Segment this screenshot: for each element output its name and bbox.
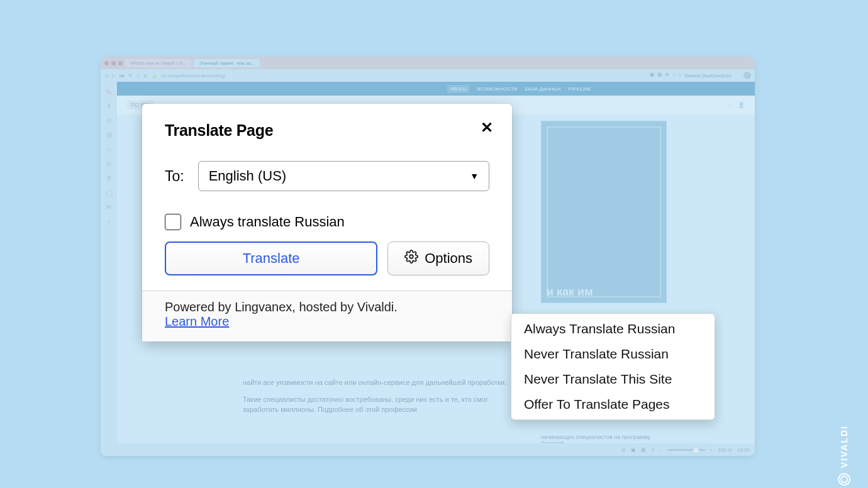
language-value: English (US) [209, 168, 286, 184]
add-panel-icon[interactable]: ＋ [106, 218, 112, 226]
lock-icon: 🔒 [152, 73, 158, 79]
shield-icon: ⊘ [143, 73, 148, 79]
zoom-in-icon[interactable]: + [710, 447, 713, 453]
close-button[interactable]: ✕ [481, 120, 493, 135]
bookmark-icon[interactable]: ☆ [672, 72, 676, 79]
zoom-out-icon[interactable]: – [659, 447, 662, 453]
options-menu: Always Translate Russian Never Translate… [511, 313, 715, 420]
history-icon[interactable]: ⟲ [106, 117, 111, 124]
nav-item[interactable]: RB.RU [447, 85, 469, 93]
site-top-nav: RB.RU ВОЗМОЖНОСТИ БАЗА ДАННЫХ PIPELINE [117, 82, 755, 96]
url-text[interactable]: rb.ru/opinion/ethical-hacking/ [162, 73, 226, 79]
tab-bar: What's new in Vivaldi | Vi... Этичный ха… [101, 57, 755, 69]
window-icon[interactable]: ▭ [106, 146, 112, 153]
vivaldi-watermark: VIVALDI [838, 425, 850, 485]
hero-title-fragment: и как им [547, 286, 661, 299]
forward-icon[interactable]: ▷ [112, 73, 116, 79]
mail-icon[interactable]: ✉ [106, 160, 111, 167]
to-label: To: [165, 168, 184, 185]
translate-button[interactable]: Translate [165, 241, 377, 275]
tab-item[interactable]: What's new in Vivaldi | Vi... [125, 59, 191, 67]
notes-icon[interactable]: ▤ [106, 131, 112, 138]
window-controls[interactable] [104, 61, 123, 65]
page-actions-icon[interactable]: ≡ [651, 447, 654, 453]
translate-popup: Translate Page ✕ To: English (US) ▼ Alwa… [142, 104, 512, 341]
circle-icon[interactable]: ◯ [106, 189, 113, 196]
zoom-value: 100 % [718, 447, 732, 453]
clock: 15:08 [737, 447, 750, 453]
qr-icon[interactable]: ▦ [657, 72, 662, 79]
reader-icon[interactable]: ▣ [650, 72, 655, 79]
tiling-icon[interactable]: ▣ [631, 447, 636, 453]
capture-icon[interactable]: ◎ [621, 447, 626, 453]
nav-item[interactable]: PIPELINE [569, 86, 591, 92]
chevron-down-icon: ▼ [470, 171, 479, 181]
sidebar-promo-text: начинающих специалистов на программу Gre… [541, 434, 667, 443]
nav-item[interactable]: ВОЗМОЖНОСТИ [477, 86, 517, 92]
menu-item-offer-translate[interactable]: Offer To Translate Pages [511, 392, 715, 417]
downloads-icon[interactable]: ⬇ [106, 103, 111, 109]
search-icon[interactable]: ⌕ [679, 72, 682, 79]
panel-sidebar: 🔖 ⬇ ⟲ ▤ ▭ ✉ ≣ ◯ W ＋ [101, 82, 117, 443]
menu-item-never-translate-site[interactable]: Never Translate This Site [511, 367, 715, 392]
tab-item[interactable]: Этичный хакинг: чем за... [194, 59, 259, 67]
article-hero-image: и как им [541, 121, 667, 303]
always-translate-label: Always translate Russian [190, 214, 345, 230]
menu-item-never-translate-lang[interactable]: Never Translate Russian [511, 341, 715, 367]
reload-icon[interactable]: ⟳ [128, 73, 133, 79]
learn-more-link[interactable]: Learn More [165, 314, 229, 328]
gear-icon [404, 250, 418, 267]
vivaldi-logo-icon [838, 473, 850, 485]
popup-title: Translate Page [165, 121, 489, 140]
user-icon[interactable]: 👤 [738, 102, 745, 108]
back-icon[interactable]: ◁ [104, 73, 108, 79]
images-icon[interactable]: ▦ [641, 447, 646, 453]
rewind-icon[interactable]: ⏮ [120, 73, 125, 79]
wiki-panel-icon[interactable]: W [106, 204, 112, 210]
options-button[interactable]: Options [387, 241, 489, 275]
translate-icon[interactable]: ⊕ [665, 72, 669, 79]
status-bar: ◎ ▣ ▦ ≡ – + 100 % 15:08 [101, 443, 755, 456]
search-input[interactable] [684, 72, 741, 79]
svg-point-0 [409, 255, 413, 258]
search-icon[interactable]: ⌕ [728, 102, 732, 108]
bookmarks-icon[interactable]: 🔖 [105, 88, 113, 95]
language-select[interactable]: English (US) ▼ [198, 161, 489, 191]
address-bar: ◁ ▷ ⏮ ⟳ ⌂ ⊘ 🔒 rb.ru/opinion/ethical-hack… [101, 69, 755, 82]
popup-footer: Powered by Lingvanex, hosted by Vivaldi.… [142, 291, 512, 341]
article-body: найти все уязвимости на сайте или онлайн… [243, 377, 513, 421]
feeds-icon[interactable]: ≣ [106, 175, 111, 182]
profile-avatar[interactable] [743, 72, 751, 79]
nav-item[interactable]: БАЗА ДАННЫХ [525, 86, 561, 92]
zoom-slider[interactable] [667, 449, 705, 451]
always-translate-checkbox[interactable] [165, 214, 181, 230]
home-icon[interactable]: ⌂ [136, 73, 140, 79]
menu-item-always-translate[interactable]: Always Translate Russian [511, 316, 715, 341]
